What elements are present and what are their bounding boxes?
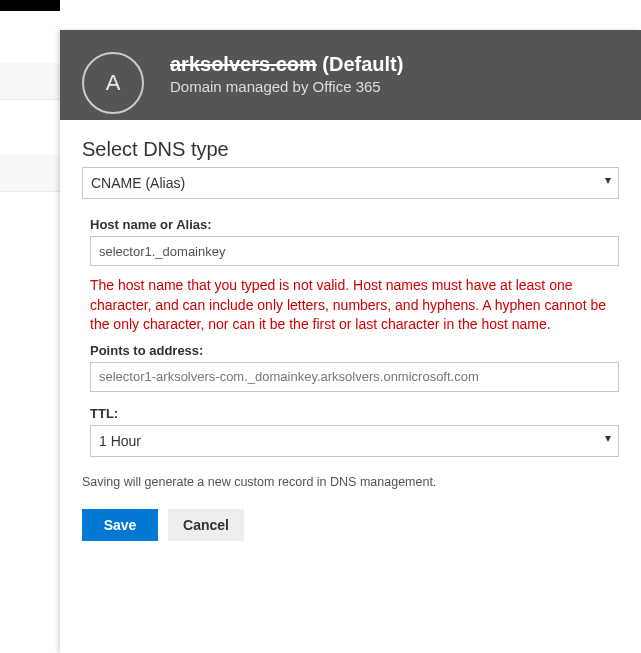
dns-type-select[interactable]: CNAME (Alias): [82, 167, 619, 199]
gutter-dark: [0, 0, 60, 11]
host-error: The host name that you typed is not vali…: [90, 276, 619, 335]
gutter-band-2: [0, 155, 60, 192]
default-suffix: (Default): [317, 53, 404, 75]
points-input[interactable]: [90, 362, 619, 392]
domain-subtitle: Domain managed by Office 365: [170, 78, 403, 95]
host-label: Host name or Alias:: [90, 217, 619, 232]
dns-type-select-wrap[interactable]: CNAME (Alias): [82, 167, 619, 199]
button-row: Save Cancel: [82, 509, 619, 541]
save-note: Saving will generate a new custom record…: [82, 475, 619, 489]
section-title: Select DNS type: [82, 138, 619, 161]
avatar-letter: A: [106, 70, 121, 96]
domain-title: arksolvers.com (Default): [170, 52, 403, 76]
host-input[interactable]: [90, 236, 619, 266]
gutter-band-1: [0, 63, 60, 100]
ttl-select-wrap[interactable]: 1 Hour: [90, 425, 619, 457]
left-gutter: [0, 0, 60, 653]
ttl-select[interactable]: 1 Hour: [90, 425, 619, 457]
points-label: Points to address:: [90, 343, 619, 358]
panel-content: Select DNS type CNAME (Alias) Host name …: [60, 120, 641, 541]
save-button[interactable]: Save: [82, 509, 158, 541]
header-text: arksolvers.com (Default) Domain managed …: [170, 52, 403, 95]
dns-record-panel: A arksolvers.com (Default) Domain manage…: [60, 30, 641, 653]
domain-name: arksolvers.com: [170, 53, 317, 75]
panel-header: A arksolvers.com (Default) Domain manage…: [60, 30, 641, 120]
cancel-button[interactable]: Cancel: [168, 509, 244, 541]
ttl-label: TTL:: [90, 406, 619, 421]
domain-avatar: A: [82, 52, 144, 114]
